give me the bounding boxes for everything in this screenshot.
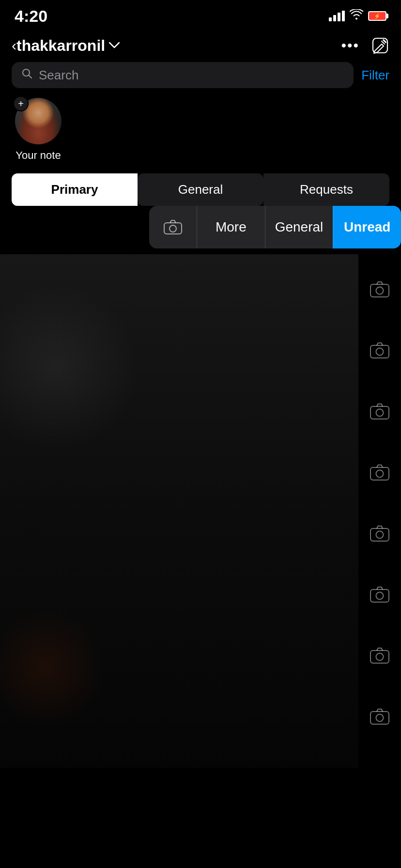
camera-icon-row-3[interactable] [370,381,389,442]
camera-icon-row-1[interactable] [370,259,389,320]
svg-rect-17 [370,651,389,663]
camera-icon-row-5[interactable] [370,503,389,564]
svg-point-14 [376,531,384,539]
tab-requests[interactable]: Requests [263,173,389,206]
glow-2 [0,608,107,729]
svg-rect-15 [370,589,389,602]
svg-rect-5 [370,284,389,297]
svg-rect-9 [370,406,389,419]
search-bar[interactable]: Search [12,62,354,88]
dropdown-general[interactable]: General [265,206,333,248]
status-bar: 4:20 ⚡ [0,0,401,29]
glow-1 [0,283,140,453]
wifi-icon [350,9,363,23]
battery-icon: ⚡ [368,11,386,21]
camera-icon-dropdown[interactable] [149,207,197,248]
more-options-button[interactable]: ••• [341,37,359,54]
svg-point-10 [376,409,384,417]
your-note-label: Your note [15,149,61,162]
svg-point-6 [376,287,384,294]
compose-icon-actual [371,37,389,54]
dropdown-container: More General Unread [0,206,401,254]
header: ‹ thakkarronil ••• [0,29,401,62]
signal-icon [329,11,345,21]
svg-rect-11 [370,467,389,480]
dropdown-more[interactable]: More [197,206,265,248]
avatar-wrap: + [15,98,62,144]
dropdown-unread[interactable]: Unread [333,206,401,248]
svg-point-20 [376,714,384,722]
tab-bar: Primary General Requests [0,173,401,206]
search-container: Search Filter [0,62,401,88]
header-actions: ••• [341,36,389,55]
camera-icon-row-2[interactable] [370,320,389,381]
chevron-down-icon [109,42,120,49]
camera-icon-row-4[interactable] [370,442,389,503]
story-section: + Your note [0,98,401,162]
search-placeholder: Search [39,68,78,83]
filter-button[interactable]: Filter [361,68,389,83]
compose-button[interactable] [371,36,389,55]
message-content [0,254,358,768]
svg-point-18 [376,653,384,661]
svg-point-4 [170,225,176,232]
username-dropdown[interactable]: thakkarronil [16,37,120,55]
filter-dropdown: More General Unread [149,206,401,248]
camera-icon-row-6[interactable] [370,564,389,625]
back-chevron-icon: ‹ [12,38,16,53]
tab-general[interactable]: General [138,173,263,206]
svg-point-12 [376,470,384,478]
camera-icon-row-7[interactable] [370,625,389,686]
camera-icons-column [358,254,401,768]
svg-rect-13 [370,528,389,541]
search-icon [21,68,33,82]
tab-primary[interactable]: Primary [12,173,138,206]
status-time: 4:20 [15,7,47,26]
add-note-badge: + [13,96,29,111]
your-note-item[interactable]: + Your note [12,98,65,162]
svg-point-8 [376,348,384,356]
username-label: thakkarronil [16,37,105,55]
svg-point-16 [376,592,384,600]
svg-rect-19 [370,712,389,724]
back-button[interactable]: ‹ [12,38,16,53]
camera-icon-row-8[interactable] [370,686,389,747]
svg-rect-7 [370,345,389,358]
message-list-area [0,254,401,768]
status-icons: ⚡ [329,9,386,23]
